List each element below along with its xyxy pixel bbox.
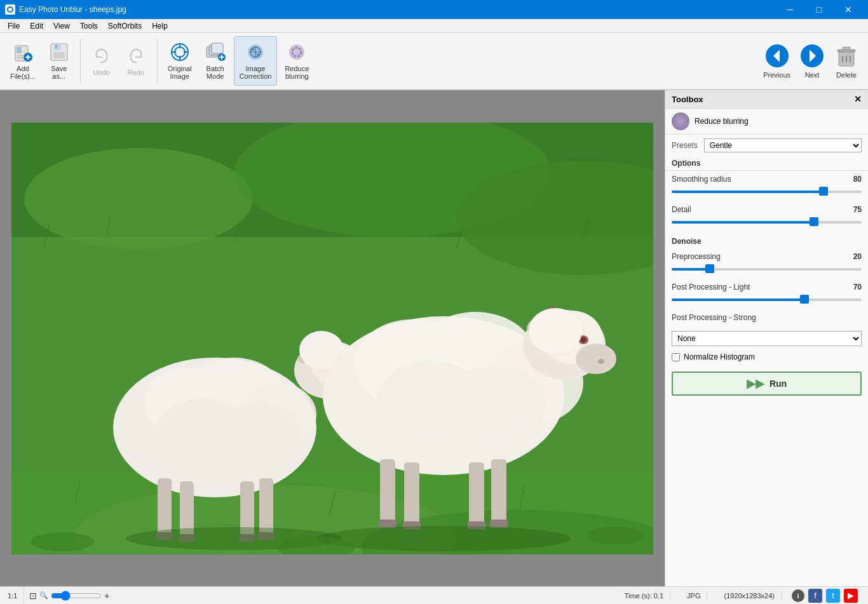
svg-rect-90 (469, 462, 484, 525)
separator-2 (157, 39, 158, 83)
previous-icon (764, 43, 790, 69)
menubar: File Edit View Tools SoftOrbits Help (0, 19, 868, 33)
svg-rect-11 (53, 52, 65, 58)
redo-icon (126, 46, 146, 66)
svg-point-108 (316, 526, 571, 551)
normalize-histogram-row: Normalize Histogram (665, 349, 868, 365)
reduce-blurring-icon (287, 42, 307, 62)
post-processing-light-label: Post Processing - Light (672, 283, 750, 292)
zoom-display: 1:1 (5, 587, 24, 604)
previous-button[interactable]: Previous (759, 36, 794, 86)
menu-tools[interactable]: Tools (75, 20, 103, 32)
svg-point-14 (175, 47, 185, 57)
detail-label: Detail (672, 205, 691, 214)
dimensions-display: (1920x1283x24) (717, 592, 782, 600)
run-icon: ▶▶ (747, 377, 764, 391)
denoise-section-title: Denoise (665, 232, 868, 248)
svg-point-101 (598, 359, 604, 364)
svg-rect-21 (212, 43, 223, 53)
canvas-area[interactable] (0, 90, 665, 586)
preprocessing-row: Preprocessing 20 (665, 248, 868, 279)
toolbar: AddFile(s)... Saveas... Undo (0, 33, 868, 90)
detail-value: 75 (853, 205, 862, 214)
minimize-button[interactable]: ─ (775, 0, 804, 19)
image-correction-icon (245, 42, 266, 62)
svg-point-87 (444, 366, 545, 445)
toolbox-close-icon[interactable]: ✕ (854, 94, 862, 104)
next-button[interactable]: Next (796, 36, 829, 86)
zoom-fit-icon[interactable]: ⊡ (29, 591, 37, 601)
zoom-controls[interactable]: ⊡ 🔍 + (24, 591, 114, 601)
time-display: Time (s): 0.1 (622, 592, 670, 600)
normalize-histogram-checkbox[interactable] (672, 353, 680, 361)
undo-icon (92, 46, 112, 66)
post-processing-light-slider[interactable] (672, 294, 862, 305)
post-processing-strong-row: Post Processing - Strong (665, 309, 868, 328)
save-as-button[interactable]: Saveas... (43, 36, 75, 86)
zoom-slider[interactable] (51, 591, 102, 601)
detail-row: Detail 75 (665, 201, 868, 232)
menu-view[interactable]: View (48, 20, 75, 32)
statusbar: 1:1 ⊡ 🔍 + Time (s): 0.1 JPG (1920x1283x2… (0, 586, 868, 604)
previous-label: Previous (763, 71, 790, 79)
menu-edit[interactable]: Edit (25, 20, 48, 32)
menu-softorbits[interactable]: SoftOrbits (103, 20, 147, 32)
svg-point-1 (8, 8, 12, 11)
zoom-out-icon[interactable]: 🔍 (39, 591, 48, 600)
image-correction-button[interactable]: ImageCorrection (234, 36, 278, 86)
menu-file[interactable]: File (3, 20, 25, 32)
main-content: Toolbox ✕ Reduce blurring Presets Gentle… (0, 90, 868, 586)
format-display: JPG (681, 592, 707, 600)
reduce-blurring-tool-label: Reduce blurring (695, 117, 749, 126)
add-files-label: AddFile(s)... (10, 65, 36, 80)
presets-row: Presets Gentle Soft Medium Strong Very S… (665, 135, 868, 155)
run-btn-row: ▶▶ Run (665, 365, 868, 402)
info-icon[interactable]: i (792, 589, 804, 602)
image-display (11, 123, 653, 554)
svg-rect-91 (491, 459, 506, 523)
titlebar-controls[interactable]: ─ □ ✕ (775, 0, 863, 19)
maximize-button[interactable]: □ (804, 0, 834, 19)
delete-button[interactable]: Delete (830, 36, 863, 86)
facebook-icon[interactable]: f (808, 589, 822, 603)
svg-point-64 (218, 402, 301, 466)
smoothing-radius-label: Smoothing radius (672, 175, 731, 184)
original-image-button[interactable]: OriginalImage (163, 36, 197, 86)
reduce-blurring-label: Reduceblurring (285, 65, 309, 80)
twitter-icon[interactable]: t (826, 589, 840, 603)
presets-label: Presets (672, 141, 698, 150)
presets-select[interactable]: Gentle Soft Medium Strong Very Strong (704, 138, 862, 152)
preprocessing-label: Preprocessing (672, 252, 721, 261)
undo-button[interactable]: Undo (86, 36, 118, 86)
normalize-histogram-label[interactable]: Normalize Histogram (684, 352, 755, 361)
preprocessing-slider[interactable] (672, 264, 862, 275)
detail-slider[interactable] (672, 217, 862, 228)
titlebar: Easy Photo Unblur - sheeps.jpg ─ □ ✕ (0, 0, 868, 19)
svg-point-110 (587, 527, 644, 544)
svg-point-30 (257, 53, 259, 56)
titlebar-title: Easy Photo Unblur - sheeps.jpg (19, 5, 126, 14)
reduce-blurring-button[interactable]: Reduceblurring (280, 36, 314, 86)
close-button[interactable]: ✕ (834, 0, 863, 19)
toolbar-nav: Previous Next (759, 36, 863, 86)
next-label: Next (805, 71, 820, 79)
zoom-in-icon[interactable]: + (104, 591, 109, 601)
svg-point-109 (31, 532, 94, 551)
next-icon (799, 43, 825, 69)
original-image-icon (170, 42, 190, 62)
redo-button[interactable]: Redo (120, 36, 152, 86)
toolbox-title: Toolbox (672, 95, 703, 104)
youtube-icon[interactable]: ▶ (844, 589, 858, 603)
add-files-button[interactable]: AddFile(s)... (5, 36, 41, 86)
svg-rect-3 (17, 47, 22, 53)
smoothing-radius-slider[interactable] (672, 186, 862, 198)
options-section-title: Options (665, 155, 868, 171)
smoothing-radius-row: Smoothing radius 80 (665, 171, 868, 201)
batch-mode-button[interactable]: BatchMode (200, 36, 231, 86)
run-button[interactable]: ▶▶ Run (672, 372, 862, 396)
delete-label: Delete (836, 71, 857, 79)
menu-help[interactable]: Help (147, 20, 173, 32)
svg-point-45 (24, 148, 253, 250)
post-processing-strong-select[interactable]: None Light Medium Strong (672, 331, 862, 346)
original-image-label: OriginalImage (168, 65, 192, 80)
